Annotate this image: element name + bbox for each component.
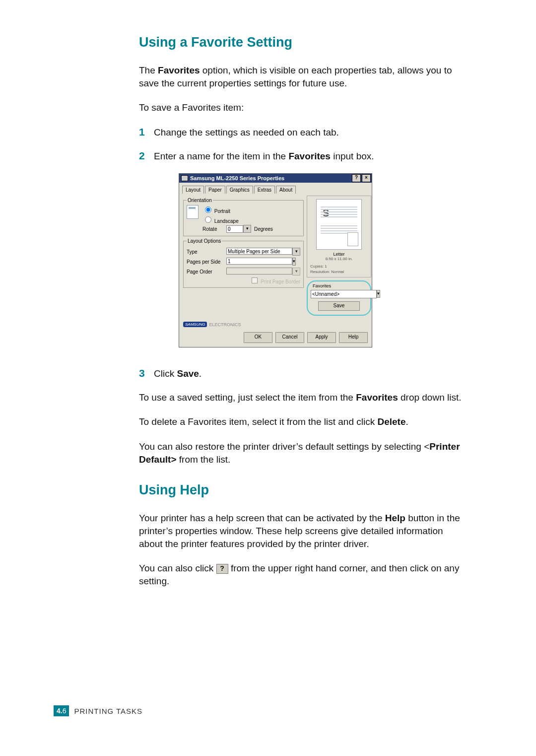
titlebar-help-button[interactable]: ? — [352, 174, 361, 182]
favorites-dropdown-arrow-icon[interactable]: ▾ — [377, 290, 380, 298]
print-page-border-checkbox — [252, 277, 258, 283]
step-1: 1 Change the settings as needed on each … — [139, 126, 462, 139]
footer-title: PRINTING TASKS — [74, 707, 142, 715]
apply-button[interactable]: Apply — [307, 332, 336, 343]
tab-layout[interactable]: Layout — [182, 186, 204, 194]
delete-paragraph: To delete a Favorites item, select it fr… — [139, 415, 462, 428]
radio-portrait-input[interactable] — [205, 206, 211, 213]
radio-portrait-label: Portrait — [214, 208, 230, 214]
cancel-button[interactable]: Cancel — [275, 332, 304, 343]
pages-per-side-select[interactable] — [226, 258, 292, 265]
titlebar-close-button[interactable]: × — [362, 174, 371, 182]
print-page-border-row: Print Page Border — [187, 277, 300, 284]
tab-about[interactable]: About — [276, 186, 296, 194]
radio-landscape[interactable]: Landscape — [202, 215, 300, 224]
text: . — [406, 416, 408, 427]
print-page-border-label: Print Page Border — [261, 279, 301, 284]
favorites-select[interactable] — [311, 290, 377, 298]
favorites-bold: Favorites — [356, 392, 398, 403]
tab-extras[interactable]: Extras — [254, 186, 275, 194]
favorites-save-button[interactable]: Save — [318, 301, 360, 311]
samsung-sublabel: ELECTRONICS — [209, 322, 241, 327]
rotate-label: Rotate — [202, 226, 226, 232]
heading-using-help: Using Help — [139, 482, 462, 498]
properties-dialog-figure: Samsung ML-2250 Series Properties ? × La… — [179, 173, 372, 347]
text: You can also restore the printer driver’… — [139, 441, 429, 452]
step-text: Change the settings as needed on each ta… — [154, 126, 339, 139]
step-number: 1 — [139, 126, 154, 138]
text: drop down list. — [398, 392, 462, 403]
paper-name: Letter — [310, 252, 368, 257]
step-2: 2 Enter a name for the item in the Favor… — [139, 150, 462, 163]
dialog-logo-row: SAMSUNG ELECTRONICS — [179, 320, 372, 329]
heading-favorite-setting: Using a Favorite Setting — [139, 35, 462, 50]
text: The — [139, 65, 158, 75]
layout-options-group: Layout Options Type ▾ Pages per Side — [183, 238, 304, 288]
tab-graphics[interactable]: Graphics — [226, 186, 253, 194]
dialog-title: Samsung ML-2250 Series Properties — [190, 175, 351, 181]
text: from the list. — [177, 454, 231, 465]
step-3: 3 Click Save. — [139, 367, 462, 380]
help-button[interactable]: Help — [339, 332, 368, 343]
text: To use a saved setting, just select the … — [139, 392, 356, 403]
delete-bold: Delete — [377, 416, 405, 427]
orientation-legend: Orientation — [187, 198, 213, 203]
page-preview: S Letter 8.50 x 11.00 in. Copies: 1 Reso… — [307, 196, 371, 277]
save-intro: To save a Favorites item: — [139, 101, 462, 114]
help-bold: Help — [385, 513, 405, 523]
page-number-box: 4.6 — [54, 705, 69, 716]
radio-landscape-input[interactable] — [205, 216, 211, 223]
paper-dimensions: 8.50 x 11.00 in. — [310, 257, 368, 261]
rotate-input[interactable] — [226, 225, 243, 233]
step-text: Click Save. — [154, 367, 201, 380]
text: Your printer has a help screen that can … — [139, 513, 385, 523]
step-text: Enter a name for the item in the Favorit… — [154, 150, 374, 163]
text: input box. — [331, 151, 374, 161]
rotate-dropdown-arrow-icon[interactable]: ▾ — [243, 225, 251, 233]
text: To delete a Favorites item, select it fr… — [139, 416, 377, 427]
text: Click — [154, 368, 177, 379]
page-order-select — [226, 268, 292, 275]
step-number: 2 — [139, 150, 154, 162]
radio-portrait[interactable]: Portrait — [202, 205, 300, 214]
page-footer: 4.6 PRINTING TASKS — [54, 705, 142, 716]
favorites-bold: Favorites — [158, 65, 200, 75]
type-select[interactable] — [226, 248, 292, 255]
text: You can also click — [139, 563, 216, 573]
help-paragraph-2: You can also click ? from the upper righ… — [139, 562, 462, 587]
page-order-label: Page Order — [187, 269, 226, 275]
dialog-tabstrip: Layout Paper Graphics Extras About — [179, 183, 372, 194]
chapter-number: 4. — [57, 707, 63, 715]
favorites-bold: Favorites — [288, 151, 330, 161]
ok-button[interactable]: OK — [244, 332, 272, 343]
properties-dialog: Samsung ML-2250 Series Properties ? × La… — [179, 173, 372, 347]
dialog-titlebar: Samsung ML-2250 Series Properties ? × — [179, 174, 372, 183]
tab-paper[interactable]: Paper — [205, 186, 225, 194]
po-dropdown-arrow-icon: ▾ — [292, 268, 300, 275]
help-paragraph-1: Your printer has a help screen that can … — [139, 512, 462, 550]
degrees-label: Degrees — [254, 226, 273, 232]
pages-per-side-label: Pages per Side — [187, 259, 226, 265]
text: . — [199, 368, 201, 379]
type-dropdown-arrow-icon[interactable]: ▾ — [292, 248, 300, 256]
step-number: 3 — [139, 367, 154, 379]
use-saved-paragraph: To use a saved setting, just select the … — [139, 391, 462, 404]
page-number: 6 — [63, 707, 67, 715]
favorites-highlight: Favorites ▾ Save — [307, 280, 371, 316]
intro-paragraph: The Favorites option, which is visible o… — [139, 64, 462, 89]
resolution-info: Resolution: Normal — [310, 270, 368, 274]
question-mark-icon: ? — [216, 564, 228, 574]
orientation-preview-icon — [187, 205, 199, 219]
pps-dropdown-arrow-icon[interactable]: ▾ — [292, 258, 296, 266]
radio-landscape-label: Landscape — [214, 218, 239, 224]
save-bold: Save — [177, 368, 199, 379]
printer-icon — [181, 175, 188, 181]
dialog-button-row: OK Cancel Apply Help — [179, 329, 372, 347]
type-label: Type — [187, 249, 226, 255]
page-preview-graphic: S — [316, 199, 362, 250]
samsung-logo: SAMSUNG — [183, 322, 207, 327]
layout-options-legend: Layout Options — [187, 238, 222, 244]
copies-info: Copies: 1 — [310, 264, 368, 269]
favorites-legend: Favorites — [313, 283, 367, 288]
text: Enter a name for the item in the — [154, 151, 288, 161]
